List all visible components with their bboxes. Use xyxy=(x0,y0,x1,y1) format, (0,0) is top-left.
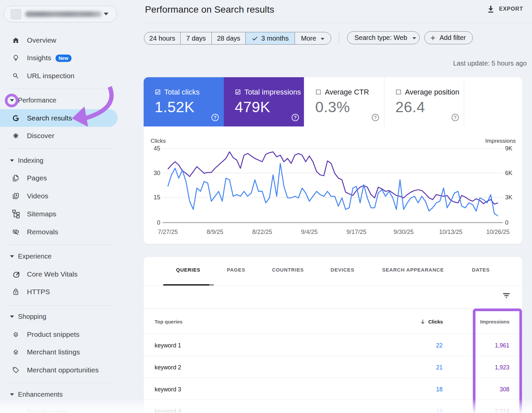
svg-text:0: 0 xyxy=(157,219,160,226)
svg-text:3K: 3K xyxy=(505,194,512,201)
svg-text:9/30/25: 9/30/25 xyxy=(394,229,414,235)
svg-text:9K: 9K xyxy=(505,145,512,152)
svg-text:0: 0 xyxy=(505,219,508,226)
svg-text:8/22/25: 8/22/25 xyxy=(252,229,272,235)
svg-text:8/9/25: 8/9/25 xyxy=(207,229,223,235)
svg-text:10/26/25: 10/26/25 xyxy=(486,229,510,235)
svg-text:Impressions: Impressions xyxy=(485,138,516,144)
svg-text:10/13/25: 10/13/25 xyxy=(439,229,463,235)
svg-text:15: 15 xyxy=(154,194,160,201)
svg-text:Clicks: Clicks xyxy=(151,138,166,144)
svg-text:7/27/25: 7/27/25 xyxy=(158,229,178,235)
svg-text:9/4/25: 9/4/25 xyxy=(301,229,318,235)
svg-text:6K: 6K xyxy=(505,170,512,176)
svg-text:45: 45 xyxy=(154,145,160,152)
svg-text:9/17/25: 9/17/25 xyxy=(346,229,366,235)
svg-text:30: 30 xyxy=(154,170,160,176)
